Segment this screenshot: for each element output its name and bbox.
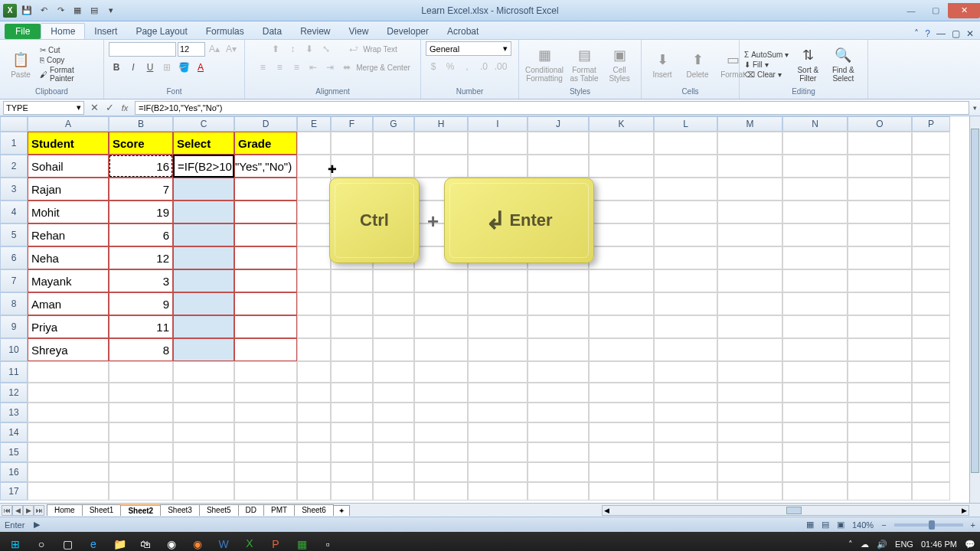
powerpoint-icon[interactable]: P — [263, 533, 288, 551]
cell[interactable] — [528, 442, 589, 462]
cell[interactable] — [528, 315, 589, 338]
cell[interactable] — [848, 223, 912, 246]
cell[interactable] — [173, 201, 234, 223]
cell[interactable] — [654, 292, 717, 315]
cell[interactable] — [173, 178, 234, 201]
cell[interactable] — [414, 361, 468, 383]
row-header[interactable]: 14 — [0, 422, 28, 442]
align-top-icon[interactable]: ⬆ — [268, 41, 283, 57]
sheet-tab[interactable]: PMT — [263, 504, 295, 516]
cell[interactable] — [297, 482, 331, 500]
cell[interactable] — [912, 223, 950, 246]
cell[interactable] — [912, 178, 950, 201]
maximize-button[interactable]: ▢ — [923, 3, 948, 18]
cell[interactable] — [373, 269, 414, 292]
cell[interactable] — [373, 403, 414, 422]
cell[interactable] — [331, 269, 373, 292]
cell[interactable] — [234, 383, 297, 403]
zoom-out-icon[interactable]: − — [881, 520, 886, 530]
col-header[interactable]: A — [28, 116, 109, 132]
cell[interactable] — [589, 178, 654, 201]
cell[interactable] — [109, 383, 173, 403]
cell[interactable] — [297, 403, 331, 422]
cell[interactable] — [468, 269, 528, 292]
delete-cells-button[interactable]: ⬆Delete — [681, 49, 714, 80]
select-all[interactable] — [0, 116, 28, 132]
cell[interactable] — [331, 422, 373, 442]
cell[interactable]: 7 — [109, 178, 173, 201]
font-size-select[interactable] — [178, 42, 205, 57]
cell[interactable] — [297, 422, 331, 442]
cell[interactable] — [173, 442, 234, 462]
cell[interactable] — [912, 155, 950, 178]
cell[interactable] — [912, 383, 950, 403]
cell[interactable] — [28, 422, 109, 442]
cell[interactable] — [717, 383, 782, 403]
cell[interactable] — [173, 482, 234, 500]
tab-home[interactable]: Home — [41, 23, 85, 39]
cell[interactable] — [848, 292, 912, 315]
cell[interactable] — [528, 292, 589, 315]
cell[interactable] — [297, 442, 331, 462]
app-icon[interactable]: ▫ — [315, 533, 340, 551]
cell[interactable] — [468, 482, 528, 500]
cell[interactable] — [912, 442, 950, 462]
cell[interactable] — [589, 482, 654, 500]
cell[interactable] — [28, 361, 109, 383]
cell[interactable] — [654, 403, 717, 422]
cell[interactable] — [912, 132, 950, 155]
qat-btn[interactable]: ▦ — [70, 4, 84, 18]
cell[interactable] — [414, 269, 468, 292]
cell[interactable] — [654, 223, 717, 246]
view-normal-icon[interactable]: ▦ — [806, 520, 814, 530]
cell[interactable] — [234, 361, 297, 383]
cell[interactable] — [782, 383, 848, 403]
cell[interactable] — [717, 422, 782, 442]
col-header[interactable]: K — [589, 116, 654, 132]
cell[interactable] — [912, 315, 950, 338]
cell[interactable] — [373, 482, 414, 500]
cell[interactable] — [848, 462, 912, 482]
cell[interactable] — [297, 338, 331, 361]
find-select-button[interactable]: 🔍Find & Select — [827, 44, 859, 84]
cell[interactable] — [331, 155, 373, 178]
cell[interactable] — [717, 462, 782, 482]
cell[interactable] — [173, 383, 234, 403]
fill-button[interactable]: ⬇Fill▾ — [744, 60, 789, 69]
cell[interactable] — [654, 269, 717, 292]
tab-formulas[interactable]: Formulas — [197, 24, 253, 39]
cell[interactable] — [848, 132, 912, 155]
fx-icon[interactable]: fx — [118, 101, 132, 115]
store-icon[interactable]: 🛍 — [133, 533, 158, 551]
new-sheet-button[interactable]: ✦ — [333, 505, 350, 516]
cell[interactable] — [528, 269, 589, 292]
conditional-formatting-button[interactable]: ▦Conditional Formatting — [524, 44, 565, 84]
bold-button[interactable]: B — [109, 60, 124, 75]
percent-icon[interactable]: % — [443, 59, 458, 74]
cell[interactable] — [109, 442, 173, 462]
cell[interactable] — [109, 422, 173, 442]
cell[interactable] — [589, 338, 654, 361]
task-view-icon[interactable]: ▢ — [55, 533, 80, 551]
cell[interactable] — [173, 292, 234, 315]
cell[interactable] — [782, 132, 848, 155]
cell[interactable] — [234, 178, 297, 201]
cell[interactable] — [589, 246, 654, 269]
row-header[interactable]: 3 — [0, 178, 28, 201]
increase-font-icon[interactable]: A▴ — [207, 41, 222, 57]
cell[interactable] — [173, 246, 234, 269]
cell[interactable] — [373, 442, 414, 462]
cell[interactable] — [717, 361, 782, 383]
cell[interactable] — [297, 201, 331, 223]
volume-icon[interactable]: 🔊 — [877, 540, 887, 549]
view-pagebreak-icon[interactable]: ▣ — [837, 520, 844, 530]
format-as-table-button[interactable]: ▤Format as Table — [568, 44, 600, 84]
cell[interactable]: 8 — [109, 338, 173, 361]
cell[interactable] — [297, 361, 331, 383]
cell[interactable] — [234, 422, 297, 442]
undo-icon[interactable]: ↶ — [37, 4, 51, 18]
cell[interactable] — [912, 338, 950, 361]
cell[interactable] — [468, 462, 528, 482]
cell[interactable] — [297, 269, 331, 292]
col-header[interactable]: B — [109, 116, 173, 132]
